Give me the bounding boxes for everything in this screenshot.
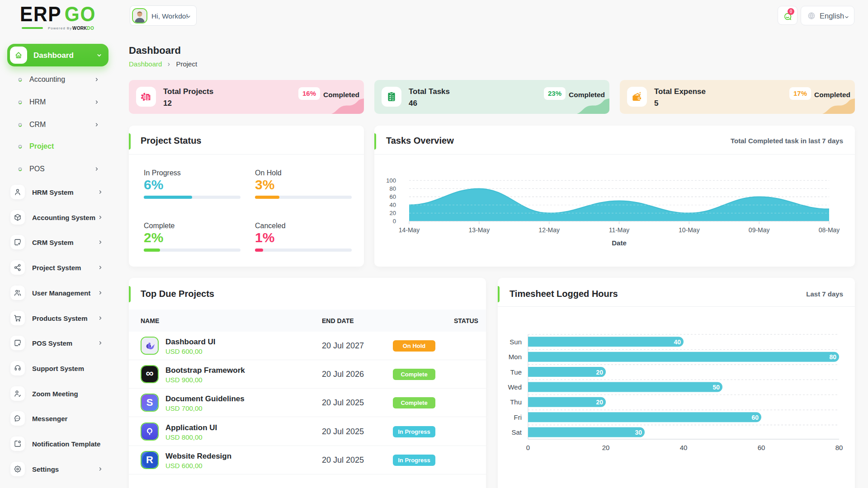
svg-text:Mon: Mon [509,353,522,361]
svg-text:11-May: 11-May [609,226,630,234]
svg-text:Sat: Sat [511,428,522,436]
svg-text:20: 20 [596,399,603,406]
svg-text:13-May: 13-May [468,226,490,234]
svg-text:50: 50 [712,384,720,391]
svg-text:10-May: 10-May [679,226,700,234]
svg-text:100: 100 [386,177,396,184]
svg-text:08-May: 08-May [819,226,840,234]
svg-text:Sun: Sun [509,338,522,346]
svg-text:30: 30 [635,429,642,436]
svg-text:14-May: 14-May [399,226,420,234]
svg-text:Fri: Fri [514,413,522,421]
svg-text:80: 80 [390,185,396,192]
svg-text:20: 20 [390,210,396,216]
svg-text:80: 80 [829,353,836,361]
svg-text:60: 60 [390,193,396,200]
svg-text:60: 60 [758,444,765,451]
svg-text:09-May: 09-May [749,226,770,234]
svg-text:Date: Date [612,239,627,247]
svg-text:Tue: Tue [510,368,522,376]
svg-text:Wed: Wed [508,383,522,391]
svg-text:0: 0 [393,218,396,225]
svg-text:12-May: 12-May [538,226,560,234]
svg-text:40: 40 [674,338,681,346]
svg-text:60: 60 [751,414,759,421]
svg-text:20: 20 [602,444,610,451]
svg-text:20: 20 [596,369,603,376]
svg-text:Thu: Thu [510,398,522,406]
svg-text:80: 80 [835,444,843,451]
svg-text:40: 40 [390,202,396,208]
svg-text:0: 0 [526,444,530,451]
svg-text:40: 40 [680,444,688,451]
